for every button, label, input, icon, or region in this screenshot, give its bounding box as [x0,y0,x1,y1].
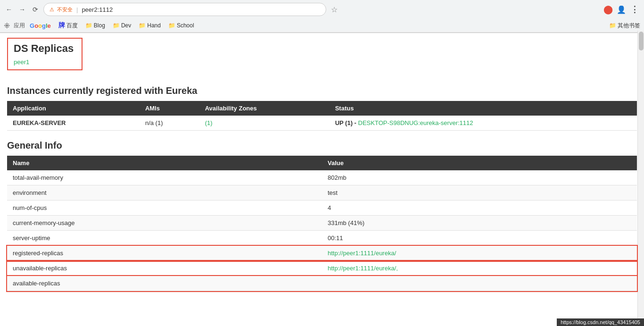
hand-folder-icon: 📁 [139,22,146,29]
general-info-col-name: Name [7,156,322,170]
info-row-name: total-avail-memory [7,170,322,185]
info-row-value[interactable]: http://peer1:1111/eureka/ [322,246,637,261]
extension-icon[interactable]: ⬤ [603,4,614,15]
table-row: num-of-cpus4 [7,201,637,216]
general-info-header-row: Name Value [7,156,637,170]
replica-link[interactable]: http://peer1:1111/eureka/ [328,250,396,257]
scrollbar[interactable] [637,31,644,326]
bookmark-baidu[interactable]: 牌 百度 [56,20,81,31]
bookmarks-bar: ⁜ 应用 Google 牌 百度 📁 Blog 📁 Dev 📁 Hand 📁 S… [0,19,644,33]
forward-button[interactable]: → [17,4,27,15]
zones-link[interactable]: (1) [205,119,213,126]
browser-chrome: ← → ⟳ ⚠ 不安全 | peer2:1112 ☆ ⬤ 👤 ⋮ ⁜ 应用 Go… [0,0,644,33]
info-row-name: current-memory-usage [7,216,322,231]
info-row-value: 00:11 [322,231,637,246]
info-row-name: server-uptime [7,231,322,246]
bookmark-google[interactable]: Google [27,21,54,30]
info-row-name: available-replicas [7,276,322,291]
bookmark-dev[interactable]: 📁 Dev [110,21,134,30]
table-row: unavailable-replicashttp://peer1:1111/eu… [7,261,637,276]
instances-heading: Instances currently registered with Eure… [7,85,637,96]
replica-link[interactable]: http://peer1:1111/eureka/, [328,265,398,272]
info-row-value: 331mb (41%) [322,216,637,231]
reload-button[interactable]: ⟳ [30,4,41,15]
instance-zones: (1) [199,116,330,131]
table-row: EUREKA-SERVER n/a (1) (1) UP (1) - DESKT… [7,116,637,131]
bottom-hint: https://blog.csdn.net/qq_43415405 [557,318,644,326]
table-row: server-uptime00:11 [7,231,637,246]
general-info-table: Name Value total-avail-memory802mbenviro… [7,156,637,291]
instances-col-status: Status [330,101,637,116]
info-row-value: test [322,185,637,201]
bookmark-school[interactable]: 📁 School [165,21,197,30]
status-instance-link[interactable]: DESKTOP-S98DNUG:eureka-server:1112 [358,119,473,126]
instance-application: EUREKA-SERVER [7,116,140,131]
hand-label: Hand [147,22,161,29]
url-display: peer2:1112 [82,6,113,13]
info-row-value[interactable]: http://peer1:1111/eureka/, [322,261,637,276]
page-content: DS Replicas peer1 Instances currently re… [0,33,644,296]
table-row: available-replicas [7,276,637,291]
browser-toolbar: ← → ⟳ ⚠ 不安全 | peer2:1112 ☆ ⬤ 👤 ⋮ [0,0,644,19]
instances-col-application: Application [7,101,140,116]
scrollbar-thumb[interactable] [639,32,644,50]
baidu-label: 百度 [66,22,78,30]
google-icon: Google [30,22,51,29]
info-row-name: environment [7,185,322,201]
ds-replicas-title: DS Replicas [14,42,76,55]
status-up-text: UP (1) - [335,119,358,126]
school-label: School [177,22,194,29]
peer1-link[interactable]: peer1 [14,59,29,66]
menu-button[interactable]: ⋮ [629,4,640,15]
info-row-name: num-of-cpus [7,201,322,216]
table-row: environmenttest [7,185,637,201]
dev-label: Dev [121,22,131,29]
instances-table-header-row: Application AMIs Availability Zones Stat… [7,101,637,116]
table-row: current-memory-usage331mb (41%) [7,216,637,231]
instance-amis: n/a (1) [140,116,199,131]
instance-status: UP (1) - DESKTOP-S98DNUG:eureka-server:1… [330,116,637,131]
apps-label[interactable]: 应用 [14,22,25,30]
back-button[interactable]: ← [4,4,14,15]
instances-table: Application AMIs Availability Zones Stat… [7,101,637,131]
baidu-icon: 牌 [58,21,65,30]
general-info-col-value: Value [322,156,637,170]
info-row-name: unavailable-replicas [7,261,322,276]
other-bookmarks[interactable]: 📁 其他书签 [609,22,640,30]
other-bookmarks-folder-icon: 📁 [609,22,616,29]
info-row-value [322,276,637,291]
bookmark-star-button[interactable]: ☆ [331,5,338,14]
url-separator: | [76,6,78,13]
address-bar[interactable]: ⚠ 不安全 | peer2:1112 [43,3,326,16]
browser-menu-icons: ⬤ 👤 ⋮ [603,4,640,15]
general-info-heading: General Info [7,140,637,151]
info-row-value: 4 [322,201,637,216]
security-label: 不安全 [57,6,73,13]
profile-button[interactable]: 👤 [616,4,627,15]
security-icon: ⚠ [50,7,54,13]
instances-col-amis: AMIs [140,101,199,116]
info-row-name: registered-replicas [7,246,322,261]
dev-folder-icon: 📁 [113,22,120,29]
ds-replicas-box: DS Replicas peer1 [7,38,83,70]
bookmark-blog[interactable]: 📁 Blog [83,21,108,30]
school-folder-icon: 📁 [168,22,175,29]
info-row-value: 802mb [322,170,637,185]
other-bookmarks-label: 其他书签 [618,22,640,30]
table-row: registered-replicashttp://peer1:1111/eur… [7,246,637,261]
instances-col-zones: Availability Zones [199,101,330,116]
blog-label: Blog [94,22,105,29]
apps-grid-icon[interactable]: ⁜ [4,21,10,30]
table-row: total-avail-memory802mb [7,170,637,185]
blog-folder-icon: 📁 [85,22,92,29]
bookmark-hand[interactable]: 📁 Hand [136,21,164,30]
